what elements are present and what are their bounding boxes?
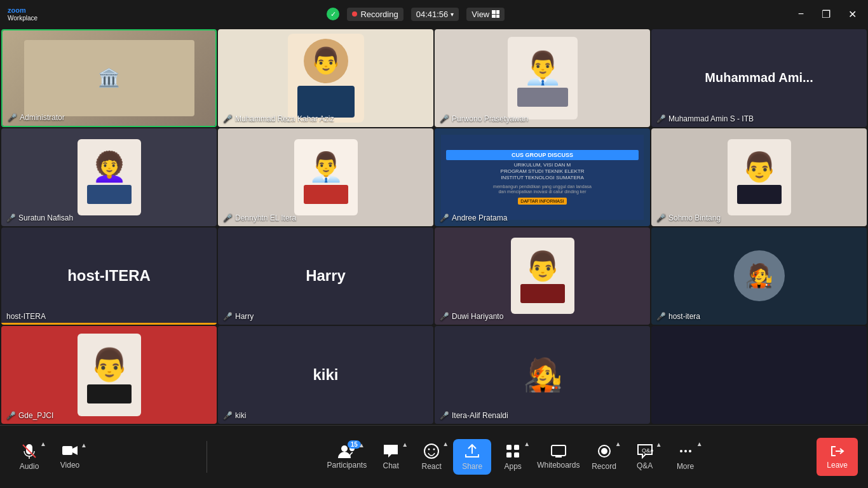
participant-name-gde: 🎤 Gde_PJCI bbox=[6, 411, 53, 420]
empty-tile bbox=[651, 326, 867, 424]
participant-tile-purwono[interactable]: 👨‍💼 🎤 Purwono Prasetyawan bbox=[435, 29, 650, 127]
zoom-logo: zoom Workplace bbox=[8, 6, 37, 21]
video-icon-wrapper: ▲ bbox=[62, 444, 78, 458]
leave-button[interactable]: Leave bbox=[817, 438, 858, 476]
qa-chevron: ▲ bbox=[656, 441, 662, 448]
more-button[interactable]: ▲ More bbox=[667, 439, 705, 475]
mic-off-icon-sohmo: 🎤 bbox=[656, 214, 666, 222]
participants-button[interactable]: 15 ▲ Participants bbox=[324, 440, 369, 473]
react-chevron: ▲ bbox=[442, 440, 449, 447]
record-label: Record bbox=[592, 462, 616, 471]
mic-off-icon-amin: 🎤 bbox=[656, 114, 666, 123]
view-button[interactable]: View bbox=[466, 8, 505, 21]
mic-off-icon-purwono: 🎤 bbox=[440, 114, 449, 123]
recording-badge[interactable]: Recording bbox=[347, 8, 403, 21]
kiki-display-name: kiki bbox=[313, 366, 338, 384]
svg-rect-13 bbox=[552, 445, 566, 456]
participant-tile-dennyhtn[interactable]: 👨‍💼 🎤 Dennyhtn EL Itera bbox=[218, 128, 433, 226]
minimize-button[interactable]: − bbox=[794, 7, 808, 21]
harry-display-name: Harry bbox=[306, 267, 346, 285]
chat-label: Chat bbox=[383, 461, 398, 470]
security-badge[interactable]: ✓ bbox=[327, 8, 339, 20]
participant-name-alif: 🎤 Itera-Alif Renaldi bbox=[440, 411, 508, 420]
svg-rect-10 bbox=[514, 445, 519, 450]
whiteboards-icon-wrapper bbox=[550, 444, 567, 458]
participants-icon-wrapper: 15 ▲ bbox=[338, 444, 356, 458]
more-chevron: ▲ bbox=[696, 440, 703, 447]
close-button[interactable]: ✕ bbox=[844, 7, 860, 22]
participant-tile-duwi[interactable]: 👨 🎤 Duwi Hariyanto bbox=[435, 227, 650, 325]
apps-icon-wrapper: ▲ bbox=[505, 443, 521, 459]
participant-name-muhammad-amin: 🎤 Muhammad Amin S - ITB bbox=[656, 114, 754, 123]
recording-label: Recording bbox=[360, 10, 398, 19]
shield-icon: ✓ bbox=[327, 8, 339, 20]
participant-tile-admin[interactable]: 🏛️ 🎤 Administrator bbox=[1, 29, 217, 127]
leave-icon bbox=[829, 444, 846, 458]
participant-tile-suratun[interactable]: 👩‍🦱 🎤 Suratun Nafisah bbox=[1, 128, 217, 226]
video-button[interactable]: ▲ Video bbox=[51, 440, 89, 473]
participant-tile-harry[interactable]: Harry 🎤 Harry bbox=[218, 227, 433, 325]
participant-tile-sohmo[interactable]: 👨 🎤 Sohmo Bintang bbox=[651, 128, 867, 226]
chat-button[interactable]: ▲ Chat bbox=[372, 440, 410, 474]
participant-name-duwi: 🎤 Duwi Hariyanto bbox=[440, 312, 503, 321]
harry-name-text: Harry bbox=[235, 312, 254, 321]
maximize-button[interactable]: ❐ bbox=[818, 7, 834, 22]
more-icon bbox=[677, 443, 694, 459]
svg-point-4 bbox=[341, 445, 348, 452]
participant-name-purwono: 🎤 Purwono Prasetyawan bbox=[440, 114, 528, 123]
record-chevron: ▲ bbox=[615, 440, 621, 447]
audio-icon-wrapper: ▲ bbox=[21, 443, 37, 459]
react-button[interactable]: ▲ React bbox=[412, 439, 451, 475]
participant-tile-gde[interactable]: 👨 🎤 Gde_PJCI bbox=[1, 326, 217, 424]
chat-chevron: ▲ bbox=[402, 441, 408, 448]
share-icon bbox=[464, 443, 480, 459]
participant-name-reza: 🎤 Muhammad Reza Kahar Aziz bbox=[223, 114, 334, 123]
amin-name-text: Muhammad Amin S - ITB bbox=[668, 114, 754, 123]
muhammad-amin-display-name: Muhammad Ami... bbox=[700, 65, 818, 90]
top-bar: zoom Workplace ✓ Recording 04:41:56 ▾ Vi… bbox=[0, 0, 868, 28]
participant-tile-kiki[interactable]: kiki 🎤 kiki bbox=[218, 326, 433, 424]
participants-label: Participants bbox=[327, 461, 367, 470]
audio-label: Audio bbox=[20, 462, 39, 471]
participant-name-sohmo: 🎤 Sohmo Bintang bbox=[656, 214, 721, 222]
more-label: More bbox=[677, 462, 694, 471]
participant-tile-muhammad-amin[interactable]: Muhammad Ami... 🎤 Muhammad Amin S - ITB bbox=[651, 29, 867, 127]
view-label: View bbox=[471, 10, 489, 19]
timer-chevron: ▾ bbox=[451, 11, 454, 18]
bottom-toolbar: ▲ Audio ▲ Video bbox=[0, 425, 868, 488]
host-itera-display-name: host-ITERA bbox=[67, 267, 151, 285]
participant-tile-host-itera[interactable]: host-ITERA host-ITERA bbox=[1, 227, 217, 325]
whiteboards-button[interactable]: Whiteboards bbox=[534, 440, 582, 473]
leave-label: Leave bbox=[827, 461, 848, 470]
top-bar-center: ✓ Recording 04:41:56 ▾ View bbox=[327, 8, 505, 21]
mic-off-icon-duwi: 🎤 bbox=[440, 312, 449, 321]
mic-off-icon-reza: 🎤 bbox=[223, 114, 233, 123]
audio-button[interactable]: ▲ Audio bbox=[10, 439, 48, 475]
share-button[interactable]: Share bbox=[453, 439, 491, 475]
timer-display: 04:41:56 ▾ bbox=[411, 8, 459, 21]
svg-point-20 bbox=[684, 450, 687, 452]
host-itera2-name-text: host-itera bbox=[668, 312, 700, 321]
participant-tile-alif[interactable]: 🧑‍🎤 🎤 Itera-Alif Renaldi bbox=[435, 326, 650, 424]
whiteboards-label: Whiteboards bbox=[537, 461, 580, 470]
host-itera-name-text: host-ITERA bbox=[6, 312, 46, 321]
participant-name-suratun: 🎤 Suratun Nafisah bbox=[6, 214, 73, 222]
purwono-name-text: Purwono Prasetyawan bbox=[452, 114, 528, 123]
record-button[interactable]: ▲ Record bbox=[585, 439, 623, 475]
participant-tile-reza[interactable]: 👨 🎤 Muhammad Reza Kahar Aziz bbox=[218, 29, 433, 127]
andree-name-text: Andree Pratama bbox=[452, 214, 507, 222]
mic-off-icon-alif: 🎤 bbox=[440, 411, 449, 420]
qa-button[interactable]: Q&A ▲ Q&A bbox=[626, 440, 664, 474]
audio-icon bbox=[21, 443, 37, 459]
participant-tile-andree[interactable]: CUS GROUP DISCUSS URIKULUM, VISI DAN MPR… bbox=[435, 128, 650, 226]
more-icon-wrapper: ▲ bbox=[677, 443, 694, 459]
timer-value: 04:41:56 bbox=[416, 10, 449, 19]
svg-marker-3 bbox=[72, 446, 78, 455]
record-icon bbox=[596, 443, 613, 459]
svg-point-8 bbox=[433, 449, 435, 451]
participant-name-host-itera: host-ITERA bbox=[6, 312, 46, 321]
react-icon-wrapper: ▲ bbox=[423, 443, 440, 459]
duwi-name-text: Duwi Hariyanto bbox=[452, 312, 503, 321]
apps-button[interactable]: ▲ Apps bbox=[494, 439, 532, 475]
participant-tile-host-itera2[interactable]: 🧑‍🎤 🎤 host-itera bbox=[651, 227, 867, 325]
